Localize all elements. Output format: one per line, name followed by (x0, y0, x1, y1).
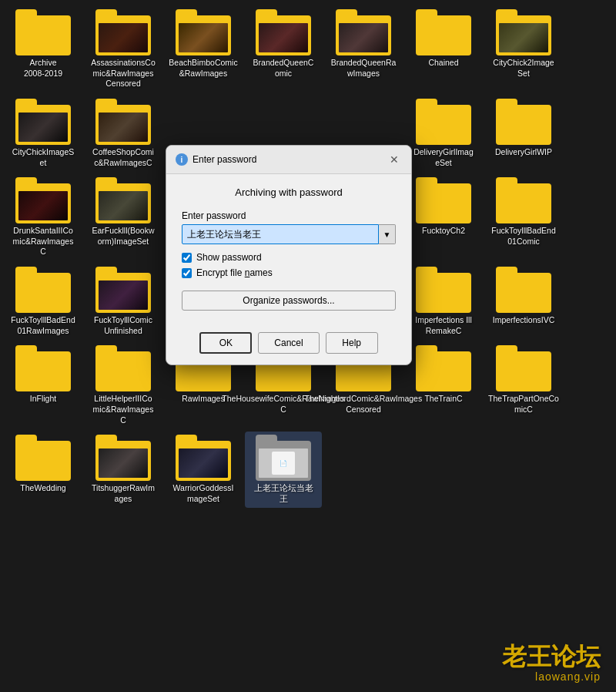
dialog-overlay: i Enter password ✕ Archiving with passwo… (0, 0, 616, 692)
dialog-input-row: ▼ (182, 224, 396, 244)
file-manager: Archive2008-2019 AssassinationsComic&Raw… (0, 0, 616, 692)
enter-password-dialog: i Enter password ✕ Archiving with passwo… (166, 145, 412, 365)
dialog-title-text: Enter password (192, 154, 256, 165)
dialog-close-button[interactable]: ✕ (387, 152, 402, 167)
show-password-checkbox[interactable] (182, 253, 192, 263)
dialog-subtitle: Archiving with password (182, 186, 396, 198)
encrypt-names-checkbox[interactable] (182, 268, 192, 278)
password-dropdown-arrow[interactable]: ▼ (379, 224, 396, 244)
dialog-app-icon: i (176, 153, 188, 166)
password-input[interactable] (182, 224, 379, 244)
encrypt-names-label[interactable]: Encrypt file names (196, 267, 273, 278)
dialog-footer: OK Cancel Help (166, 326, 411, 364)
dialog-field-label: Enter password (182, 210, 396, 221)
show-password-label[interactable]: Show password (196, 252, 262, 263)
show-password-checkbox-row[interactable]: Show password (182, 252, 396, 263)
organize-passwords-button[interactable]: Organize passwords... (182, 291, 396, 311)
ok-button[interactable]: OK (199, 332, 252, 354)
encrypt-names-checkbox-row[interactable]: Encrypt file names (182, 267, 396, 278)
dialog-body: Archiving with password Enter password ▼… (166, 174, 411, 326)
cancel-button[interactable]: Cancel (258, 332, 319, 354)
dialog-titlebar: i Enter password ✕ (166, 146, 411, 174)
dialog-title-left: i Enter password (176, 153, 256, 166)
help-button[interactable]: Help (326, 332, 378, 354)
